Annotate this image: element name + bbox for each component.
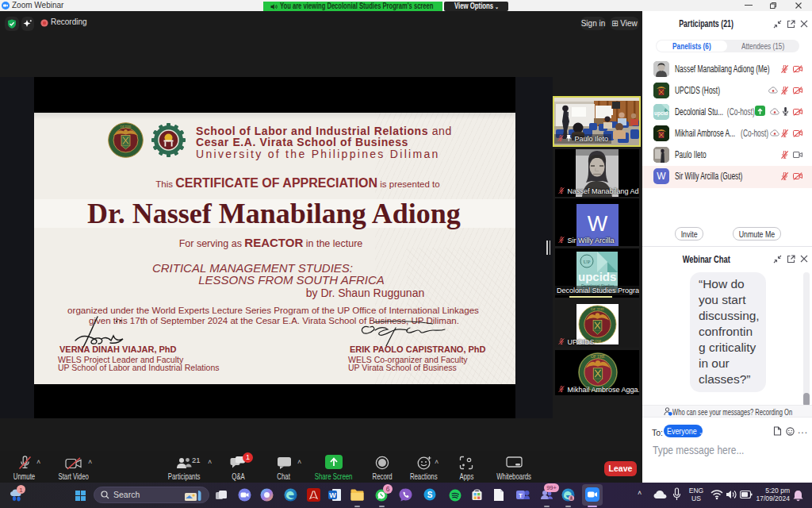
- svg-text:upcid: upcid: [654, 110, 668, 117]
- svg-text:OF THE: OF THE: [121, 125, 132, 129]
- svg-text:1: 1: [19, 487, 23, 494]
- svg-text:S: S: [427, 491, 433, 499]
- svg-text:OF THE: OF THE: [591, 307, 604, 311]
- svg-text:upcids: upcids: [578, 270, 616, 283]
- svg-text:T: T: [519, 492, 523, 499]
- svg-text:W: W: [329, 491, 336, 499]
- svg-text:OF THE: OF THE: [591, 354, 605, 359]
- svg-text:1908: 1908: [594, 339, 602, 343]
- svg-text:UP: UP: [584, 259, 591, 265]
